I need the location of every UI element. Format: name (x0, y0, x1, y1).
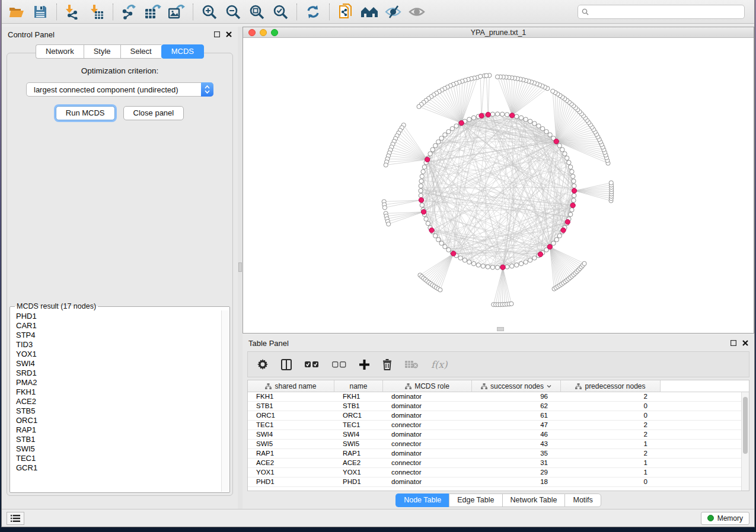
table-cell[interactable]: SWI5 (334, 440, 383, 448)
column-header-mcds-role[interactable]: MCDS role (383, 380, 472, 392)
table-cell[interactable]: 2 (561, 392, 661, 401)
table-row[interactable]: SWI4SWI4dominator462 (248, 430, 749, 440)
open-file-icon[interactable] (8, 3, 25, 21)
table-cell[interactable]: ORC1 (334, 411, 383, 420)
canvas-hscroll-thumb[interactable] (497, 327, 504, 331)
table-cell[interactable] (661, 402, 741, 411)
table-cell[interactable]: ACE2 (248, 459, 334, 467)
table-cell[interactable]: connector (383, 459, 472, 467)
mcds-node-item[interactable]: FKH1 (16, 387, 221, 397)
hide-selected-icon[interactable] (384, 3, 402, 21)
mcds-node-item[interactable]: STB5 (16, 406, 221, 416)
mcds-node-item[interactable]: CAR1 (16, 321, 221, 331)
show-all-icon[interactable] (408, 3, 426, 21)
column-header-predecessor-nodes[interactable]: predecessor nodes (561, 380, 661, 392)
tab-network-table[interactable]: Network Table (502, 493, 565, 507)
table-cell[interactable]: SWI4 (334, 430, 383, 439)
mcds-node-item[interactable]: ORC1 (16, 416, 221, 425)
table-cell[interactable]: dominator (383, 477, 472, 486)
table-scrollbar-thumb[interactable] (743, 397, 748, 454)
table-cell[interactable]: RAP1 (248, 449, 334, 458)
tab-select[interactable]: Select (120, 44, 161, 59)
table-cell[interactable]: TEC1 (248, 421, 334, 430)
table-cell[interactable]: 1 (561, 440, 661, 448)
table-cell[interactable]: STB1 (334, 402, 383, 411)
zoom-fit-icon[interactable] (248, 3, 266, 21)
table-cell[interactable]: YOX1 (248, 468, 334, 477)
table-cell[interactable] (661, 411, 741, 420)
panel-divider[interactable] (238, 27, 243, 509)
table-cell[interactable]: connector (383, 440, 472, 448)
table-scrollbar[interactable] (741, 392, 749, 491)
table-cell[interactable]: 1 (561, 468, 661, 477)
mcds-node-item[interactable]: STB1 (16, 435, 221, 444)
table-cell[interactable]: 61 (472, 411, 561, 420)
table-cell[interactable] (661, 392, 741, 401)
tab-motifs[interactable]: Motifs (564, 493, 601, 507)
table-cell[interactable]: ACE2 (334, 459, 383, 467)
table-cell[interactable]: ORC1 (248, 411, 334, 420)
run-mcds-button[interactable]: Run MCDS (56, 106, 115, 120)
add-column-icon[interactable] (359, 360, 369, 370)
table-cell[interactable]: dominator (383, 402, 472, 411)
column-header-shared-name[interactable]: shared name (248, 380, 334, 392)
table-cell[interactable]: 2 (561, 421, 661, 430)
export-image-icon[interactable] (168, 3, 186, 21)
save-session-icon[interactable] (31, 3, 49, 21)
mcds-node-item[interactable]: ACE2 (16, 397, 221, 406)
table-cell[interactable]: connector (383, 421, 472, 430)
mcds-node-item[interactable]: SRD1 (16, 368, 221, 378)
table-cell[interactable]: FKH1 (334, 392, 383, 401)
table-cell[interactable]: TEC1 (334, 421, 383, 430)
import-table-icon[interactable] (88, 3, 106, 21)
table-row[interactable]: FKH1FKH1dominator962 (248, 392, 749, 402)
table-cell[interactable]: SWI5 (248, 440, 334, 448)
table-cell[interactable]: 35 (472, 449, 561, 458)
table-cell[interactable]: PHD1 (248, 477, 334, 486)
mcds-node-item[interactable]: YOX1 (16, 350, 221, 359)
network-canvas[interactable] (243, 38, 754, 333)
table-body[interactable]: FKH1FKH1dominator962STB1STB1dominator620… (248, 392, 749, 487)
tab-network[interactable]: Network (36, 44, 84, 59)
table-cell[interactable]: 47 (472, 421, 561, 430)
table-cell[interactable]: 2 (561, 449, 661, 458)
table-row[interactable]: SWI5SWI5connector431 (248, 440, 749, 449)
mcds-node-list[interactable]: PHD1CAR1STP4TID3YOX1SWI4SRD1PMA2FKH1ACE2… (11, 310, 221, 491)
table-cell[interactable]: dominator (383, 411, 472, 420)
close-panel-button[interactable]: Close panel (123, 106, 184, 120)
search-input[interactable] (578, 5, 745, 19)
table-cell[interactable]: PHD1 (334, 477, 383, 486)
table-cell[interactable]: dominator (383, 430, 472, 439)
table-row[interactable]: YOX1YOX1connector291 (248, 468, 749, 477)
table-cell[interactable]: STB1 (248, 402, 334, 411)
tab-mcds[interactable]: MCDS (161, 44, 204, 59)
close-panel-icon[interactable] (225, 31, 232, 38)
tab-style[interactable]: Style (84, 44, 120, 59)
zoom-out-icon[interactable] (224, 3, 242, 21)
table-cell[interactable]: FKH1 (248, 392, 334, 401)
table-row[interactable]: STB1STB1dominator620 (248, 402, 749, 411)
mcds-list-scrollbar[interactable] (221, 310, 229, 492)
mcds-node-item[interactable]: GCR1 (16, 463, 221, 473)
table-cell[interactable]: 31 (472, 459, 561, 467)
table-cell[interactable]: 29 (472, 468, 561, 477)
mcds-node-item[interactable]: TID3 (16, 340, 221, 350)
memory-button[interactable]: Memory (701, 512, 749, 525)
table-cell[interactable]: YOX1 (334, 468, 383, 477)
zoom-selected-icon[interactable] (272, 3, 289, 21)
table-cell[interactable] (661, 468, 741, 477)
column-header-name[interactable]: name (334, 380, 383, 392)
export-network-icon[interactable] (120, 3, 138, 21)
zoom-in-icon[interactable] (200, 3, 218, 21)
refresh-layout-icon[interactable] (304, 3, 322, 21)
table-cell[interactable]: 0 (561, 411, 661, 420)
table-row[interactable]: RAP1RAP1dominator352 (248, 449, 749, 459)
show-columns-icon[interactable] (281, 359, 292, 370)
table-cell[interactable]: 2 (561, 430, 661, 439)
close-panel-icon[interactable] (742, 340, 748, 347)
mcds-node-item[interactable]: RAP1 (16, 425, 221, 435)
import-network-icon[interactable] (64, 3, 82, 21)
first-neighbors-icon[interactable] (361, 3, 378, 21)
table-cell[interactable] (661, 459, 741, 467)
table-cell[interactable]: RAP1 (334, 449, 383, 458)
